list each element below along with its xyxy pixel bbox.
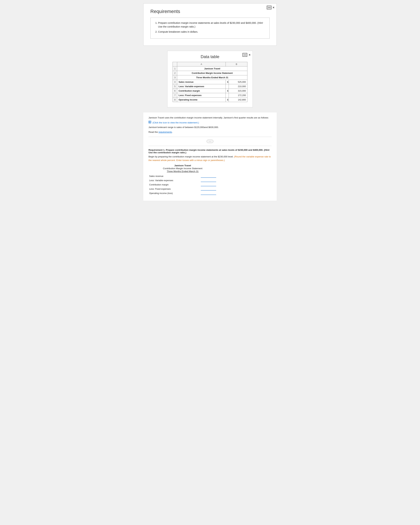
statement-title-cell: Contribution Margin Income Statement [177,71,247,75]
row-num: 4 [173,80,177,84]
requirements-title: Requirements [150,9,270,14]
form-row-operating: Operating income (loss) [149,191,217,196]
table-row: 3 Three Months Ended March 31 [173,75,247,80]
requirement-1: Prepare contribution margin income state… [158,21,265,29]
requirements-minimize-button[interactable]: — [267,6,271,9]
row-num: 7 [173,93,177,98]
description-para1: Jamison Travel uses the contribution mar… [149,116,271,120]
spreadsheet-table: A B 1 Jamison Travel 2 Contribution Marg… [173,62,247,102]
form-input-cell-contribution [186,183,217,187]
operating-dollar: $ [226,98,229,102]
contribution-value: 315,000 [229,89,247,93]
requirements-window-controls: — × [267,6,274,9]
corner-cell [173,62,177,66]
row-num: 8 [173,98,177,102]
form-label-fixed: Less: Fixed expenses [149,187,186,191]
contribution-dollar: $ [226,89,229,93]
table-row: 7 Less: Fixed expenses 172,200 [173,93,247,98]
form-row-sales: Sales revenue [149,174,217,178]
form-input-cell-fixed [186,187,217,191]
fixed-value: 172,200 [229,93,247,98]
form-label-operating: Operating income (loss) [149,191,186,196]
row-num: 5 [173,84,177,89]
expand-section: ··· [149,140,271,143]
form-statement-title: Contribution Margin Income Statement [149,167,217,170]
table-row: 1 Jamison Travel [173,66,247,71]
col-a-header: A [177,62,226,66]
operating-income-input[interactable] [201,192,216,195]
row-num: 6 [173,89,177,93]
variable-expenses-input[interactable] [201,179,216,182]
table-row: 2 Contribution Margin Income Statement [173,71,247,75]
datatable-minimize-button[interactable]: — [243,53,247,57]
table-row: 8 Operating income $ 142,800 [173,98,247,102]
datatable-close-button[interactable]: × [249,53,251,57]
divider [149,137,271,137]
row-num: 2 [173,71,177,75]
period-cell: Three Months Ended March 31 [177,75,247,80]
relevant-range-text: Jamison'srelevant range is sales of betw… [149,125,271,129]
requirement-2: Compute breakeven sales in dollars. [158,30,265,34]
form-input-cell-operating [186,191,217,196]
main-content: Jamison Travel uses the contribution mar… [143,112,277,201]
fixed-dollar [226,93,229,98]
fixed-expenses-label: Less: Fixed expenses [177,93,226,98]
table-row: 5 Less: Variable expenses 210,000 [173,84,247,89]
expand-button[interactable]: ··· [206,140,214,143]
icon-click-line: (Click the icon to view the income state… [149,121,271,125]
table-icon[interactable] [149,121,151,125]
form-input-cell-sales [186,174,217,178]
datatable-window: Data table — × A B 1 Jamison Travel 2 Co… [167,51,253,107]
col-b-header: B [226,62,247,66]
table-row: 4 Sales revenue $ 525,000 [173,80,247,84]
icon-click-text: (Click the icon to view the income state… [153,121,199,124]
datatable-window-controls: — × [243,53,251,57]
requirements-close-button[interactable]: × [272,6,274,9]
requirements-link[interactable]: requirements [159,131,172,133]
form-table: Sales revenue Less: Variable expenses Co… [149,174,217,196]
form-row-contribution: Contribution margin [149,183,217,187]
row-num: 1 [173,66,177,71]
fixed-expenses-input[interactable] [201,187,216,191]
company-name-cell: Jamison Travel [177,66,247,71]
req1-heading: Requirement 1. Prepare contribution marg… [149,149,271,154]
sales-value: 525,000 [229,80,247,84]
form-row-fixed: Less: Fixed expenses [149,187,217,191]
variable-dollar [226,84,229,89]
requirements-box: Prepare contribution margin income state… [150,18,270,39]
table-row: 6 Contribution margin $ 315,000 [173,89,247,93]
contribution-margin-label: Contribution margin [177,89,226,93]
row-num: 3 [173,75,177,80]
form-period: Three Months Ended March 31 [149,170,217,173]
contribution-margin-input[interactable] [201,183,216,186]
form-row-variable: Less: Variable expenses [149,178,217,183]
read-requirements-text: Read the requirements. [149,130,271,134]
operating-income-label: Operating income [177,98,226,102]
form-input-cell-variable [186,178,217,183]
datatable-title: Data table [173,54,247,59]
variable-expenses-label: Less: Variable expenses [177,84,226,89]
form-company-title: Jamison Travel [149,164,217,167]
form-label-contribution: Contribution margin [149,183,186,187]
sales-dollar: $ [226,80,229,84]
sales-revenue-input[interactable] [201,175,216,178]
income-statement-form: Jamison Travel Contribution Margin Incom… [149,164,217,196]
operating-value: 142,800 [229,98,247,102]
instruction-text: Begin by preparing the contribution marg… [149,155,271,162]
form-label-sales: Sales revenue [149,174,186,178]
variable-value: 210,000 [229,84,247,89]
requirements-window: Requirements — × Prepare contribution ma… [143,3,277,46]
sales-revenue-label: Sales revenue [177,80,226,84]
form-label-variable: Less: Variable expenses [149,178,186,183]
